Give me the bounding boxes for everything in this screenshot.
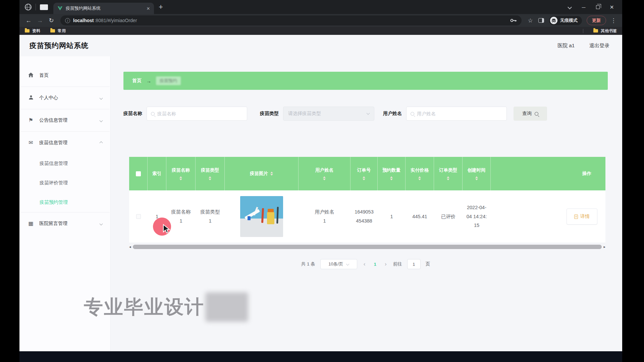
- column-header-order-no[interactable]: 订单号: [351, 157, 378, 190]
- detail-button-label: 详情: [580, 212, 590, 221]
- site-info-icon[interactable]: i: [65, 18, 70, 23]
- logout-link[interactable]: 退出登录: [589, 43, 609, 49]
- sort-icon[interactable]: [418, 176, 421, 180]
- tab-close-icon[interactable]: ×: [147, 6, 150, 11]
- chevron-down-icon: [100, 96, 103, 100]
- new-tab-button[interactable]: +: [159, 3, 163, 11]
- checkbox[interactable]: [136, 214, 141, 219]
- cell-order-type: 已评价: [434, 212, 463, 221]
- user-name-field[interactable]: [417, 111, 502, 116]
- bookmark-folder[interactable]: 常用: [50, 28, 66, 34]
- bookmark-folder[interactable]: 资料: [25, 28, 40, 34]
- mouse-cursor: [162, 224, 171, 234]
- vaccine-name-input[interactable]: [147, 107, 247, 121]
- sort-icon[interactable]: [270, 172, 273, 176]
- browser-tab-bar: 疫苗预约网站系统 × + ─ ×: [19, 0, 622, 14]
- globe-icon[interactable]: [25, 4, 32, 10]
- forward-button[interactable]: →: [35, 17, 45, 24]
- close-button[interactable]: ×: [605, 2, 619, 12]
- column-header-order-type[interactable]: 订单类型: [434, 157, 463, 190]
- orders-table: 索引 疫苗名称 疫苗类型 疫苗图片: [129, 157, 605, 243]
- goto-page-input[interactable]: [407, 259, 421, 269]
- column-header-vaccine-name[interactable]: 疫苗名称: [166, 157, 196, 190]
- row-checkbox-cell: [129, 214, 148, 219]
- key-icon[interactable]: [510, 18, 517, 22]
- scroll-left-icon[interactable]: ◂: [129, 245, 131, 249]
- goto-label: 前往: [393, 261, 402, 267]
- scroll-right-icon[interactable]: ▸: [603, 245, 605, 249]
- table-row: 1 疫苗名称1 疫苗类型1 用户姓名1 1649053454388: [129, 190, 605, 243]
- bookmark-star-icon[interactable]: ☆: [526, 17, 535, 24]
- browser-tab-active[interactable]: 疫苗预约网站系统 ×: [53, 3, 154, 14]
- sidebar-subitem-vaccine-info[interactable]: 疫苗信息管理: [19, 154, 110, 173]
- other-bookmarks[interactable]: 其他书签: [593, 28, 617, 34]
- sort-icon[interactable]: [363, 176, 365, 180]
- chevron-down-icon: [346, 262, 350, 265]
- checkbox[interactable]: [136, 171, 141, 176]
- sidebar-item-vaccine-info-mgmt[interactable]: ✉ 疫苗信息管理: [19, 132, 110, 154]
- bottom-band: [19, 351, 622, 362]
- pinned-tab-icon[interactable]: [40, 4, 48, 10]
- current-page[interactable]: 1: [372, 262, 379, 267]
- sidebar-item-label: 医院留言管理: [39, 221, 67, 227]
- next-page-button[interactable]: ›: [383, 261, 388, 267]
- tab-search-chevron-icon[interactable]: [562, 2, 577, 12]
- vaccine-type-select[interactable]: 请选择疫苗类型: [283, 107, 374, 121]
- column-header-quantity[interactable]: 预约数量: [378, 157, 406, 190]
- sort-icon[interactable]: [323, 176, 326, 180]
- folder-icon: [25, 29, 30, 33]
- address-bar[interactable]: i localhost :8081/#/yimiaoOrder: [60, 15, 522, 25]
- prev-page-button[interactable]: ‹: [362, 261, 367, 267]
- minimize-button[interactable]: ─: [577, 2, 591, 12]
- column-header-created[interactable]: 创建时间: [463, 157, 491, 190]
- page-title: 疫苗预约网站系统: [30, 41, 89, 50]
- scrollbar-thumb[interactable]: [133, 245, 602, 249]
- divider: [583, 29, 583, 33]
- sidebar-subitem-vaccine-reservation[interactable]: 疫苗预约管理: [19, 193, 110, 212]
- cell-order-no: 1649053454388: [351, 207, 378, 226]
- web-page: 疫苗预约网站系统 医院 a1 退出登录 首页: [19, 35, 622, 351]
- sidebar-item-label: 疫苗信息管理: [39, 140, 67, 146]
- update-button[interactable]: 更新: [587, 16, 606, 25]
- search-icon: [411, 112, 414, 116]
- search-icon: [151, 112, 155, 116]
- chevron-down-icon: [100, 119, 103, 122]
- column-header-vaccine-image[interactable]: 疫苗图片: [225, 157, 299, 190]
- column-header-price[interactable]: 实付价格: [406, 157, 434, 190]
- sort-icon[interactable]: [475, 176, 478, 180]
- kebab-menu-icon[interactable]: ⋮: [609, 17, 618, 24]
- side-panel-icon[interactable]: [536, 18, 546, 23]
- cell-quantity: 1: [378, 212, 406, 221]
- detail-button[interactable]: 详情: [567, 208, 597, 225]
- sidebar-subitem-vaccine-review[interactable]: 疫苗评价管理: [19, 173, 110, 193]
- reload-button[interactable]: ↻: [46, 17, 56, 24]
- page-size-select[interactable]: 10条/页: [320, 259, 357, 269]
- column-header-index: 索引: [148, 157, 166, 190]
- column-header-vaccine-type[interactable]: 疫苗类型: [196, 157, 225, 190]
- sidebar-subitem-label: 疫苗信息管理: [40, 161, 68, 167]
- vaccine-image[interactable]: [240, 196, 283, 237]
- breadcrumb: 首页 → 疫苗预约: [123, 72, 608, 90]
- column-header-user-name[interactable]: 用户姓名: [299, 157, 351, 190]
- search-button[interactable]: 查询: [514, 107, 547, 121]
- back-button[interactable]: ←: [23, 17, 34, 24]
- sort-icon[interactable]: [390, 176, 393, 180]
- vaccine-name-field[interactable]: [157, 111, 243, 116]
- sort-icon[interactable]: [209, 176, 211, 180]
- restore-button[interactable]: [591, 2, 605, 12]
- cell-vaccine-image: [225, 196, 299, 237]
- sidebar-item-label: 公告信息管理: [39, 117, 67, 123]
- sidebar-item-announcement-mgmt[interactable]: ⚑ 公告信息管理: [19, 109, 110, 131]
- app-header: 疫苗预约网站系统 医院 a1 退出登录: [19, 35, 622, 56]
- chevron-up-icon: [100, 141, 103, 144]
- incognito-icon: [550, 17, 557, 24]
- sidebar-item-personal-center[interactable]: 个人中心: [19, 87, 110, 109]
- sidebar-item-home[interactable]: 首页: [19, 64, 110, 86]
- sort-icon[interactable]: [447, 176, 449, 180]
- sidebar-item-hospital-messages[interactable]: ▦ 医院留言管理: [19, 213, 110, 235]
- url-path: :8081/#/yimiaoOrder: [94, 18, 137, 23]
- user-name-input[interactable]: [406, 107, 507, 121]
- sort-icon[interactable]: [179, 176, 182, 180]
- breadcrumb-home[interactable]: 首页: [132, 78, 142, 84]
- incognito-badge: 无痕模式: [549, 16, 582, 25]
